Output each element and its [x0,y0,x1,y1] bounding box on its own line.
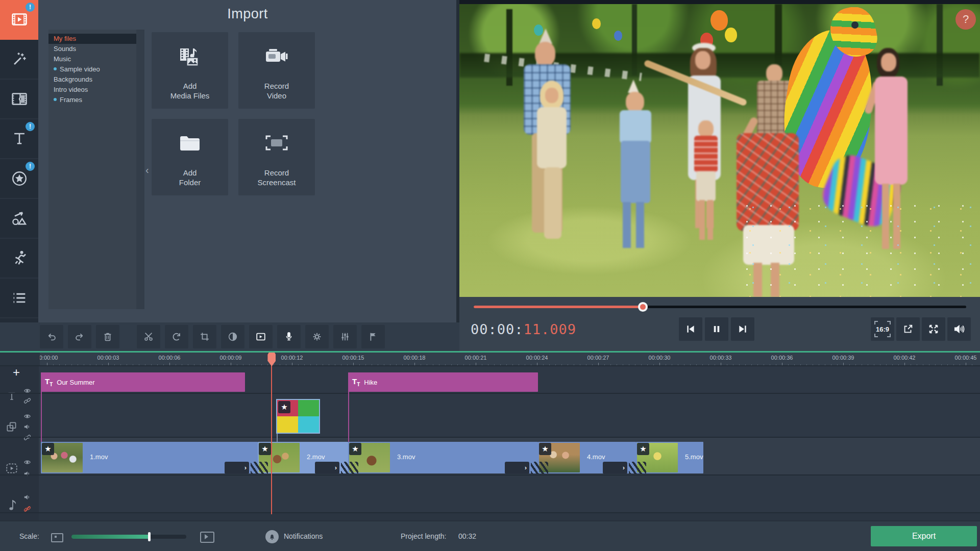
timeline-ruler[interactable]: 00:00:0000:00:0300:00:0600:00:0900:00:12… [40,353,980,366]
project-length-label: Project length: [401,532,447,540]
library-item-backgrounds[interactable]: Backgrounds [48,74,136,85]
transition-badge[interactable]: › [225,462,249,474]
video-track-mute-icon[interactable] [23,470,31,477]
crop-button[interactable] [193,325,216,348]
overlay-track-mute-icon[interactable] [23,423,31,430]
microphone-icon [283,331,295,343]
audio-track-unlink-icon[interactable] [23,505,31,513]
next-frame-button[interactable] [731,317,754,341]
ruler-label: 00:00:30 [649,355,671,361]
library-item-sample-video[interactable]: Sample video [48,64,136,74]
audio-eq-button[interactable] [333,325,357,348]
library-item-label: My files [54,35,76,42]
timeline-scale-slider[interactable] [71,535,186,539]
sliders-icon [339,331,351,342]
sidebar-item-more-tools[interactable] [0,279,38,318]
color-adjustments-button[interactable] [221,325,244,348]
redo-button[interactable] [68,325,91,348]
transition-overlap-icon [251,462,268,474]
delete-button[interactable] [96,325,119,348]
sidebar-item-import[interactable]: ! [0,0,38,40]
title-type-icon: TT [352,377,360,387]
transition-badge[interactable]: › [603,462,627,474]
overlay-track-visibility-icon[interactable] [23,413,31,419]
sidebar-item-titles[interactable]: ! [0,119,38,159]
collapse-panel-chevron-icon[interactable]: ‹ [145,164,149,176]
overlay-track[interactable] [39,394,980,438]
library-item-my-files[interactable]: My files [48,34,136,44]
notifications-label[interactable]: Notifications [284,532,323,540]
add-media-files-button[interactable]: Add Media Files [152,32,228,109]
title-clip[interactable]: TTOur Summer [41,372,245,392]
previous-frame-button[interactable] [679,317,702,341]
scissors-icon [143,331,154,342]
project-length-value: 00:32 [458,532,476,540]
titles-icon [11,130,28,147]
detach-player-button[interactable] [896,317,920,341]
clip-properties-button[interactable] [305,325,329,348]
undo-button[interactable] [40,325,63,348]
zoom-in-frames-icon[interactable] [200,532,214,543]
library-item-intro-videos[interactable]: Intro videos [48,85,136,95]
timeline-toolbar [0,322,459,351]
transitions-icon [10,90,29,108]
transition-badge[interactable]: › [505,462,529,474]
import-actions: Add Media Files Record Video [152,32,315,195]
crop-icon [199,331,210,342]
aspect-ratio-button[interactable]: 16:9 [871,317,894,341]
export-button[interactable]: Export [871,526,977,546]
add-folder-button[interactable]: Add Folder [152,119,228,195]
title-type-icon: TT [45,377,53,387]
fullscreen-button[interactable] [922,317,945,341]
row-divider [0,393,980,394]
overlay-clip[interactable]: ★ [276,399,320,434]
sidebar-item-stickers[interactable]: ! [0,159,38,199]
sidebar-item-callouts[interactable] [0,199,38,239]
card-label: Record Screencast [238,168,315,187]
transition-wizard-button[interactable] [249,325,273,348]
ruler-label: 00:00:12 [281,355,303,361]
balloon [710,10,728,31]
sidebar-item-transitions[interactable] [0,80,38,119]
confetti-decoration [735,198,980,297]
scale-slider-handle[interactable] [148,532,151,541]
transition-overlap-icon [531,462,548,474]
ruler-label: 00:00:45 [955,355,977,361]
timecode-main: 00:00: [471,321,524,337]
record-audio-button[interactable] [277,325,301,348]
library-item-music[interactable]: Music [48,54,136,64]
import-panel: Import My filesSoundsMusicSample videoBa… [38,0,459,322]
video-track-visibility-icon[interactable] [23,459,31,465]
library-item-frames[interactable]: Frames [48,95,136,105]
notifications-bell-icon[interactable] [265,530,279,543]
volume-button[interactable] [947,317,971,341]
more-tools-icon [11,289,28,307]
record-screencast-icon [238,134,315,152]
sidebar-item-animation[interactable] [0,239,38,279]
transition-badge[interactable]: › [315,462,339,474]
overlay-track-icon [5,420,18,434]
pause-button[interactable] [705,317,728,341]
sidebar-item-filters[interactable] [0,40,38,80]
audio-track[interactable]: 45.mp3 [39,475,980,513]
library-scrollbar[interactable] [136,30,144,309]
seek-handle[interactable] [638,302,648,312]
add-marker-button[interactable] [361,325,385,348]
seek-progress [474,306,643,308]
seek-bar[interactable] [474,306,966,308]
add-track-button[interactable]: + [7,367,26,379]
title-clip[interactable]: TTHike [348,372,538,392]
split-button[interactable] [137,325,160,348]
notification-badge: ! [26,162,35,171]
undo-icon [45,331,58,342]
record-video-button[interactable]: Record Video [238,32,315,109]
record-screencast-button[interactable]: Record Screencast [238,119,315,195]
library-item-label: Backgrounds [54,76,92,83]
library-item-sounds[interactable]: Sounds [48,44,136,54]
audio-track-mute-icon[interactable] [23,494,31,500]
help-button[interactable]: ? [955,9,976,30]
title-track-link-icon[interactable] [23,397,31,405]
zoom-out-frames-icon[interactable] [51,533,63,542]
library-item-label: Sounds [54,45,76,53]
rotate-button[interactable] [165,325,188,348]
